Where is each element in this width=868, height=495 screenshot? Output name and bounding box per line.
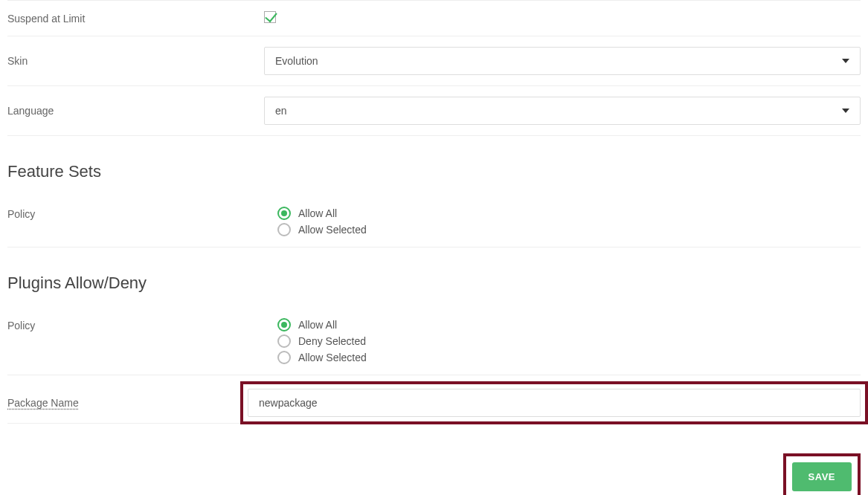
feature-sets-policy-label: Policy	[7, 207, 264, 220]
radio-icon	[277, 318, 291, 331]
language-select[interactable]: en	[264, 97, 861, 125]
package-name-label: Package Name	[7, 397, 252, 409]
radio-label: Allow All	[298, 319, 337, 331]
package-name-highlight	[240, 381, 868, 424]
skin-label: Skin	[7, 55, 264, 67]
radio-icon	[277, 334, 291, 348]
feature-sets-policy-row: Policy Allow All Allow Selected	[7, 196, 861, 248]
radio-icon	[277, 351, 291, 364]
plugins-allow-selected-radio[interactable]: Allow Selected	[277, 351, 861, 364]
plugins-heading: Plugins Allow/Deny	[7, 274, 861, 293]
plugins-policy-label: Policy	[7, 318, 264, 331]
package-name-input[interactable]	[248, 389, 861, 417]
caret-down-icon	[842, 59, 849, 63]
radio-label: Allow Selected	[298, 352, 367, 363]
radio-icon	[277, 223, 291, 236]
plugins-policy-row: Policy Allow All Deny Selected Allow Sel…	[7, 308, 861, 375]
feature-sets-policy-radio-group: Allow All Allow Selected	[277, 207, 861, 236]
package-name-row: Package Name	[7, 383, 861, 424]
radio-label: Allow All	[298, 207, 337, 219]
suspend-at-limit-checkbox[interactable]	[264, 11, 276, 23]
radio-label: Allow Selected	[298, 224, 367, 236]
radio-label: Deny Selected	[298, 335, 366, 347]
language-label: Language	[7, 105, 264, 117]
skin-select-value: Evolution	[275, 55, 318, 67]
save-area: SAVE	[7, 453, 861, 495]
save-highlight: SAVE	[783, 453, 861, 495]
suspend-at-limit-label: Suspend at Limit	[7, 13, 264, 25]
skin-row: Skin Evolution	[7, 36, 861, 86]
plugins-allow-all-radio[interactable]: Allow All	[277, 318, 861, 331]
plugins-policy-radio-group: Allow All Deny Selected Allow Selected	[277, 318, 861, 364]
save-button[interactable]: SAVE	[792, 462, 852, 491]
language-row: Language en	[7, 86, 861, 136]
language-select-value: en	[275, 105, 287, 117]
feature-sets-allow-all-radio[interactable]: Allow All	[277, 207, 861, 220]
plugins-deny-selected-radio[interactable]: Deny Selected	[277, 334, 861, 348]
feature-sets-allow-selected-radio[interactable]: Allow Selected	[277, 223, 861, 236]
skin-select[interactable]: Evolution	[264, 47, 861, 75]
radio-icon	[277, 207, 291, 220]
suspend-at-limit-row: Suspend at Limit	[7, 0, 861, 36]
feature-sets-heading: Feature Sets	[7, 162, 861, 181]
caret-down-icon	[842, 109, 849, 113]
